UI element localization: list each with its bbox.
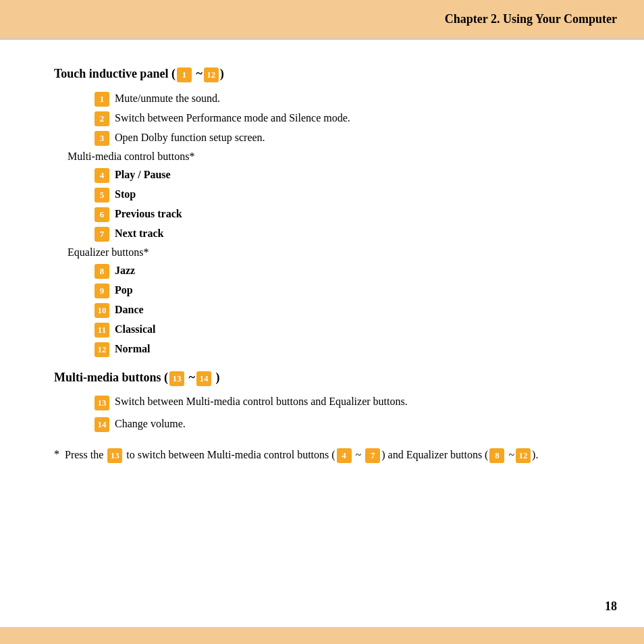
badge-1: 1 [95, 92, 109, 107]
badge-14: 14 [95, 417, 109, 432]
badge-7: 7 [95, 227, 109, 242]
badge-3: 3 [95, 131, 109, 146]
badge-12-footnote: 12 [516, 448, 531, 463]
list-item: 11 Classical [54, 323, 603, 338]
footnote: * Press the 13 to switch between Multi-m… [54, 448, 603, 463]
list-item: 2 Switch between Performance mode and Si… [54, 111, 603, 126]
list-item: 6 Previous track [54, 207, 603, 222]
badge-14-title: 14 [196, 371, 211, 386]
list-item: 13 Switch between Multi-media control bu… [54, 396, 603, 410]
item-text-3: Open Dolby function setup screen. [115, 132, 265, 144]
item-text-7: Next track [115, 227, 163, 240]
item-text-1: Mute/unmute the sound. [115, 92, 220, 105]
item-text-2: Switch between Performance mode and Sile… [115, 112, 350, 124]
badge-2: 2 [95, 111, 109, 126]
badge-7-footnote: 7 [365, 448, 380, 463]
badge-1-title: 1 [177, 68, 192, 82]
item-text-6: Previous track [115, 208, 182, 220]
badge-12: 12 [95, 342, 109, 357]
section1-title-prefix: Touch inductive panel ( [54, 67, 176, 80]
equalizer-label: Equalizer buttons* [68, 246, 603, 259]
item-text-9: Pop [115, 284, 133, 296]
section2-title-prefix: Multi-media buttons ( [54, 371, 168, 384]
page-number: 18 [605, 599, 617, 614]
badge-13-title: 13 [169, 371, 184, 386]
list-item: 4 Play / Pause [54, 168, 603, 183]
badge-9: 9 [95, 284, 109, 298]
badge-8-footnote: 8 [489, 448, 504, 463]
header-bar: Chapter 2. Using Your Computer [0, 0, 644, 40]
list-item: 3 Open Dolby function setup screen. [54, 131, 603, 146]
badge-5: 5 [95, 188, 109, 203]
section2-title-suffix: ) [213, 371, 220, 384]
list-item: 14 Change volume. [54, 417, 603, 432]
footnote-star: * [54, 448, 59, 460]
badge-6: 6 [95, 207, 109, 222]
section2-title: Multi-media buttons (13 ~14 ) [54, 371, 603, 386]
item-text-12: Normal [115, 343, 150, 355]
badge-12-title: 12 [204, 68, 219, 82]
list-item: 12 Normal [54, 342, 603, 357]
item-text-10: Dance [115, 304, 144, 316]
badge-10: 10 [95, 303, 109, 318]
section1-title: Touch inductive panel (1 ~12) [54, 67, 603, 82]
list-item: 7 Next track [54, 227, 603, 242]
badge-4: 4 [95, 168, 109, 183]
item-text-11: Classical [115, 323, 155, 336]
section2-title-tilde: ~ [186, 371, 195, 384]
list-item: 8 Jazz [54, 264, 603, 279]
footnote-text: Press the 13 to switch between Multi-med… [65, 448, 538, 463]
badge-8: 8 [95, 264, 109, 279]
item-text-14: Change volume. [115, 418, 186, 430]
header-title: Chapter 2. Using Your Computer [445, 12, 617, 26]
multimedia-label: Multi-media control buttons* [68, 151, 603, 163]
list-item: 9 Pop [54, 284, 603, 298]
section1-title-suffix: ) [220, 67, 224, 80]
badge-13: 13 [95, 396, 109, 410]
item-text-8: Jazz [115, 265, 135, 277]
badge-11: 11 [95, 323, 109, 338]
item-text-13: Switch between Multi-media control butto… [115, 396, 408, 408]
list-item: 5 Stop [54, 188, 603, 203]
item-text-5: Stop [115, 188, 136, 200]
content-area: Touch inductive panel (1 ~12) 1 Mute/unm… [0, 40, 644, 627]
item-text-4: Play / Pause [115, 169, 171, 181]
list-item: 10 Dance [54, 303, 603, 318]
section1-title-tilde: ~ [193, 67, 203, 80]
badge-4-footnote: 4 [337, 448, 352, 463]
list-item: 1 Mute/unmute the sound. [54, 92, 603, 107]
badge-13-footnote: 13 [107, 448, 122, 463]
